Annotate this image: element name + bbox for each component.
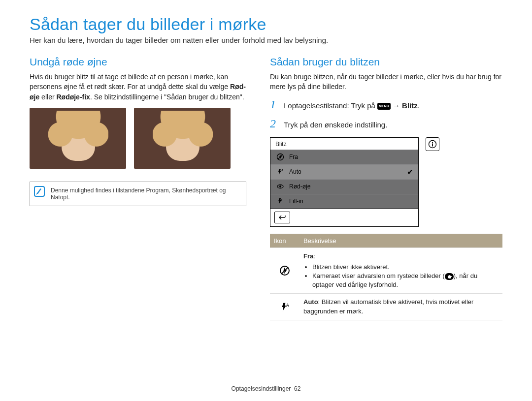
note-icon <box>34 186 45 197</box>
left-bold-2: Rødøje-fix <box>56 93 90 101</box>
left-body: Hvis du bruger blitz til at tage et bill… <box>30 72 246 102</box>
section-heading-left: Undgå røde øjne <box>30 56 246 68</box>
back-arrow-icon <box>278 215 286 220</box>
photo-red-eye <box>30 108 126 169</box>
note-box: Denne mulighed findes i tilstandene Prog… <box>30 182 246 206</box>
menu-item-redeye[interactable]: Rød-øje <box>270 179 418 194</box>
eye-icon <box>275 182 285 191</box>
table-row: A Auto: Blitzen vil automatisk blive akt… <box>270 293 502 319</box>
info-icon <box>428 140 437 149</box>
note-text: Denne mulighed findes i tilstandene Prog… <box>51 187 226 201</box>
right-intro: Du kan bruge blitzen, når du tager bille… <box>270 72 502 92</box>
menu-item-label: Fra <box>289 154 298 160</box>
svg-point-7 <box>432 142 433 143</box>
step-2: 2 Tryk på den ønskede indstilling. <box>270 117 502 130</box>
flash-off-icon <box>275 152 285 162</box>
menu-icon: MENU <box>377 103 391 110</box>
page-intro: Her kan du lære, hvordan du tager billed… <box>30 36 502 44</box>
page-footer: Optagelsesindstillinger 62 <box>0 385 532 392</box>
svg-rect-8 <box>432 143 433 146</box>
table-header-icon: Ikon <box>270 234 299 247</box>
row-title: Fra <box>303 252 313 260</box>
table-row: Fra: Blitzen bliver ikke aktiveret. Kame… <box>270 247 502 294</box>
row-bullet: Blitzen bliver ikke aktiveret. <box>312 263 499 272</box>
row-text: : Blitzen vil automatisk blive aktiveret… <box>303 298 473 314</box>
camera-menu-screenshot: Blitz Fra A Auto ✔ Rød-ø <box>270 137 419 227</box>
example-photos <box>30 108 246 169</box>
photo-fixed <box>134 108 231 169</box>
svg-text:A: A <box>286 303 289 307</box>
step-number-1: 1 <box>270 98 279 111</box>
flash-auto-icon: A <box>279 302 290 312</box>
step-1: 1 I optagelsestilstand: Tryk på MENU → B… <box>270 98 502 111</box>
step1-bold: Blitz <box>402 101 418 110</box>
left-mid: eller <box>39 93 56 101</box>
row-title: Auto <box>303 298 318 306</box>
flash-off-icon <box>279 265 290 276</box>
left-body-post: . Se blitzindstillingerne i "Sådan bruge… <box>90 93 244 101</box>
menu-item-auto[interactable]: A Auto ✔ <box>270 164 418 179</box>
footer-section: Optagelsesindstillinger <box>232 385 291 392</box>
table-header-desc: Beskrivelse <box>299 234 502 247</box>
check-icon: ✔ <box>407 167 413 177</box>
step2-text: Tryk på den ønskede indstilling. <box>284 121 387 129</box>
menu-title: Blitz <box>270 138 418 150</box>
step1-arrow: → <box>393 101 402 110</box>
flash-options-table: Ikon Beskrivelse Fra: Blitzen bliver ikk… <box>270 234 502 320</box>
svg-point-4 <box>279 185 281 187</box>
shake-warning-icon <box>445 273 454 280</box>
row-bullet: Kameraet viser advarslen om rystede bill… <box>312 272 499 289</box>
info-button[interactable] <box>426 137 439 151</box>
menu-item-label: Rød-øje <box>289 183 310 190</box>
menu-item-fillin[interactable]: F Fill-in <box>270 194 418 209</box>
flash-auto-icon: A <box>275 167 285 177</box>
menu-item-label: Fill-in <box>289 198 303 205</box>
step-number-2: 2 <box>270 117 279 130</box>
left-body-pre: Hvis du bruger blitz til at tage et bill… <box>30 73 230 91</box>
footer-page: 62 <box>294 385 300 392</box>
page-title: Sådan tager du billeder i mørke <box>30 15 502 34</box>
section-heading-right: Sådan bruger du blitzen <box>270 56 502 68</box>
menu-item-fra[interactable]: Fra <box>270 150 418 164</box>
svg-text:A: A <box>281 169 284 172</box>
back-button[interactable] <box>274 212 290 223</box>
step1-pre: I optagelsestilstand: Tryk på <box>284 101 377 110</box>
flash-fill-icon: F <box>275 196 285 206</box>
svg-text:F: F <box>281 198 283 201</box>
menu-item-label: Auto <box>289 168 301 175</box>
